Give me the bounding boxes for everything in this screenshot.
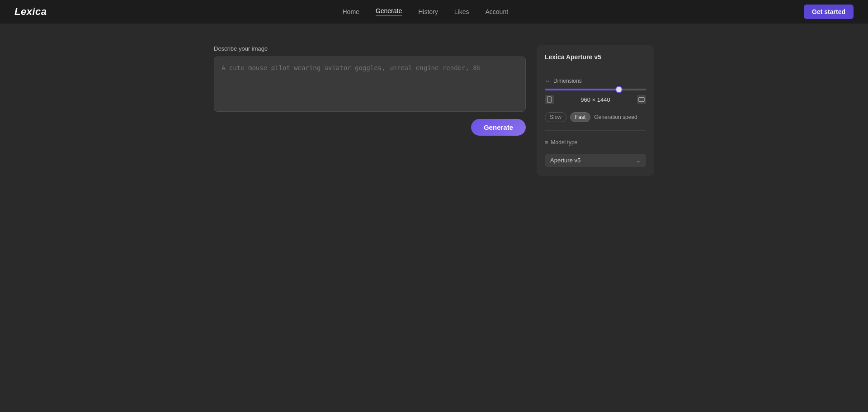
- dimension-row: 960 × 1440: [545, 95, 646, 104]
- get-started-button[interactable]: Get started: [804, 5, 854, 19]
- logo: Lexica: [14, 6, 47, 18]
- nav-likes[interactable]: Likes: [454, 8, 469, 15]
- dim-icon-left: [545, 95, 554, 104]
- speed-fast-tag[interactable]: Fast: [570, 112, 590, 122]
- speed-label: Generation speed: [594, 114, 637, 120]
- divider-1: [545, 69, 646, 69]
- nav-history[interactable]: History: [418, 8, 438, 15]
- speed-section: Slow Fast Generation speed: [545, 112, 646, 122]
- card-title: Lexica Aperture v5: [545, 53, 646, 61]
- speed-slow-tag[interactable]: Slow: [545, 112, 566, 122]
- chevron-down-icon: ⌄: [636, 157, 641, 164]
- left-panel: Describe your image Generate: [214, 45, 526, 176]
- nav-generate[interactable]: Generate: [376, 7, 402, 16]
- slider-container: 960 × 1440: [545, 89, 646, 104]
- model-dropdown-text: Aperture v5: [550, 157, 580, 164]
- model-type-label: ≡ Model type: [545, 139, 646, 146]
- divider-2: [545, 130, 646, 131]
- main-nav: Home Generate History Likes Account: [343, 7, 509, 16]
- model-icon: ≡: [545, 139, 548, 146]
- landscape-icon: [638, 96, 645, 103]
- model-type-section: ≡ Model type Aperture v5 ⌄: [545, 139, 646, 167]
- svg-rect-1: [639, 98, 644, 102]
- dimensions-section: ↔ Dimensions 960 × 1440: [545, 77, 646, 104]
- svg-rect-0: [547, 97, 552, 102]
- nav-account[interactable]: Account: [485, 8, 508, 15]
- dimensions-label: ↔ Dimensions: [545, 77, 646, 84]
- right-panel: Lexica Aperture v5 ↔ Dimensions: [537, 45, 654, 176]
- nav-home[interactable]: Home: [343, 8, 359, 15]
- dim-icon-right: [637, 95, 646, 104]
- dimension-value: 960 × 1440: [580, 96, 610, 103]
- prompt-label: Describe your image: [214, 45, 526, 52]
- generate-button[interactable]: Generate: [471, 119, 526, 136]
- portrait-icon: [546, 96, 552, 103]
- dimensions-icon: ↔: [545, 77, 551, 84]
- prompt-textarea[interactable]: [214, 57, 526, 112]
- dimensions-slider[interactable]: [545, 89, 646, 90]
- model-dropdown[interactable]: Aperture v5 ⌄: [545, 154, 646, 167]
- settings-card: Lexica Aperture v5 ↔ Dimensions: [537, 45, 654, 176]
